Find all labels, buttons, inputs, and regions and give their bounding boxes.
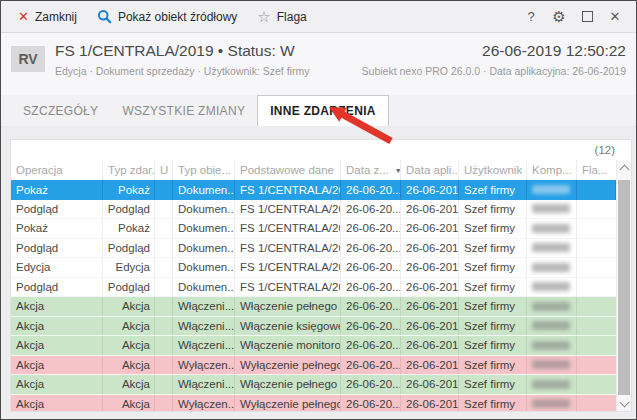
cell-data-aplikacyjna: 26-06-2019 xyxy=(401,317,459,336)
cell-podstawowe-dane: Włączenie pełnego ś... xyxy=(235,375,341,394)
cell-operacja: Akcja xyxy=(11,317,103,336)
redacted-value xyxy=(532,204,570,213)
redacted-value xyxy=(532,263,570,272)
table-row[interactable]: AkcjaAkcjaWłączeni...Włączenie księgowe.… xyxy=(11,317,616,337)
cell-data-zdarzenia: 26-06-20... xyxy=(341,258,401,277)
column-header-data-zdarzenia[interactable]: Data z... ▼ xyxy=(341,160,401,180)
cell-uzytkownik: Szef firmy xyxy=(459,200,527,219)
table-row[interactable]: AkcjaAkcjaWłączeni...Włączenie pełnego ś… xyxy=(11,375,616,395)
cell-typ-obiektu: Dokumen... xyxy=(173,180,235,200)
cell-data-zdarzenia: 26-06-20... xyxy=(341,395,401,412)
scroll-up-button[interactable] xyxy=(617,160,631,175)
column-header-u[interactable]: U xyxy=(155,160,173,180)
table-row[interactable]: PokażPokażDokumen...FS 1/CENTRALA/201...… xyxy=(11,219,616,239)
cell-operacja: Akcja xyxy=(11,395,103,412)
table-row[interactable]: PokażPokażDokumen...FS 1/CENTRALA/201...… xyxy=(11,180,616,200)
cell-podstawowe-dane: FS 1/CENTRALA/201... xyxy=(235,239,341,258)
table-row[interactable]: AkcjaAkcjaWyłączen...Wyłączenie pełnego.… xyxy=(11,395,616,412)
cell-podstawowe-dane: Wyłączenie pełnego... xyxy=(235,395,341,412)
table-header-row: Operacja Typ zdar... U Typ obie... Podst… xyxy=(11,160,616,180)
table-row[interactable]: AkcjaAkcjaWłączeni...Włączenie pełnego ś… xyxy=(11,297,616,317)
cell-uzytkownik: Szef firmy xyxy=(459,278,527,297)
redacted-value xyxy=(532,341,570,350)
table-row[interactable]: PodglądPodglądDokumen...FS 1/CENTRALA/20… xyxy=(11,239,616,259)
tab-szczegoly[interactable]: SZCZEGÓŁY xyxy=(11,95,110,126)
cell-data-zdarzenia: 26-06-20... xyxy=(341,297,401,316)
cell-uzytkownik: Szef firmy xyxy=(459,180,527,200)
gear-icon: ⚙ xyxy=(552,8,565,26)
help-button[interactable]: ? xyxy=(518,4,544,29)
column-header-komputer[interactable]: Komp... xyxy=(527,160,577,180)
cell-flaga xyxy=(577,278,616,297)
column-header-operacja[interactable]: Operacja xyxy=(11,160,103,180)
column-header-typ-zdarzenia[interactable]: Typ zdar... xyxy=(103,160,155,180)
row-count-bar: (12) xyxy=(11,140,631,160)
cell-typ-obiektu: Dokumen... xyxy=(173,278,235,297)
cell-typ-obiektu: Wyłączen... xyxy=(173,356,235,375)
cell-flaga xyxy=(577,375,616,394)
tab-wszystkie-zmiany[interactable]: WSZYSTKIE ZMIANY xyxy=(110,95,257,126)
cell-operacja: Podgląd xyxy=(11,200,103,219)
redacted-value xyxy=(532,399,570,408)
table-row[interactable]: PodglądPodglądDokumen...FS 1/CENTRALA/20… xyxy=(11,200,616,220)
close-icon: ✕ xyxy=(610,9,621,24)
maximize-button[interactable] xyxy=(574,4,600,29)
cell-typ-zdarzenia: Edycja xyxy=(103,258,155,277)
scrollbar-thumb[interactable] xyxy=(618,180,630,395)
cell-u xyxy=(155,278,173,297)
cell-typ-zdarzenia: Pokaż xyxy=(103,180,155,200)
cell-flaga xyxy=(577,258,616,277)
column-header-typ-obiektu[interactable]: Typ obie... xyxy=(173,160,235,180)
show-source-object-button[interactable]: Pokaż obiekt źródłowy xyxy=(88,4,246,29)
cell-flaga xyxy=(577,395,616,412)
tab-inne-zdarzenia[interactable]: INNE ZDARZENIA xyxy=(257,95,389,127)
cell-podstawowe-dane: FS 1/CENTRALA/201... xyxy=(235,200,341,219)
flag-button[interactable]: ☆ Flaga xyxy=(248,4,315,29)
column-header-podstawowe-dane[interactable]: Podstawowe dane xyxy=(235,160,341,180)
cell-flaga xyxy=(577,239,616,258)
close-document-button[interactable]: ✕ Zamknij xyxy=(9,4,86,29)
redacted-value xyxy=(532,185,570,194)
table-row[interactable]: EdycjaEdycjaDokumen...FS 1/CENTRALA/201.… xyxy=(11,258,616,278)
cell-u xyxy=(155,317,173,336)
cell-flaga xyxy=(577,356,616,375)
cell-podstawowe-dane: Włączenie pełnego ś... xyxy=(235,297,341,316)
scroll-down-button[interactable] xyxy=(617,396,631,411)
cell-data-zdarzenia: 26-06-20... xyxy=(341,375,401,394)
cell-uzytkownik: Szef firmy xyxy=(459,239,527,258)
search-icon xyxy=(97,9,112,24)
cell-podstawowe-dane: Włączenie monitoro... xyxy=(235,336,341,355)
star-icon: ☆ xyxy=(257,9,270,24)
cell-data-aplikacyjna: 26-06-2019 xyxy=(401,258,459,277)
cell-komputer xyxy=(527,317,577,336)
cell-data-zdarzenia: 26-06-20... xyxy=(341,180,401,200)
cell-komputer xyxy=(527,356,577,375)
table-body: PokażPokażDokumen...FS 1/CENTRALA/201...… xyxy=(11,180,616,411)
cell-data-zdarzenia: 26-06-20... xyxy=(341,317,401,336)
column-header-flaga[interactable]: Fla... xyxy=(577,160,616,180)
document-type-badge: RV xyxy=(11,46,45,72)
table-row[interactable]: AkcjaAkcjaWłączeni...Włączenie monitoro.… xyxy=(11,336,616,356)
cell-podstawowe-dane: Wyłączenie pełnego... xyxy=(235,356,341,375)
cell-data-aplikacyjna: 26-06-2019 xyxy=(401,336,459,355)
vertical-scrollbar[interactable] xyxy=(616,160,631,411)
cell-typ-zdarzenia: Akcja xyxy=(103,356,155,375)
cell-operacja: Pokaż xyxy=(11,180,103,200)
table-row[interactable]: AkcjaAkcjaWyłączen...Wyłączenie pełnego.… xyxy=(11,356,616,376)
settings-button[interactable]: ⚙ xyxy=(546,4,572,29)
cell-data-zdarzenia: 26-06-20... xyxy=(341,336,401,355)
cell-u xyxy=(155,180,173,200)
cell-komputer xyxy=(527,336,577,355)
cell-data-zdarzenia: 26-06-20... xyxy=(341,356,401,375)
table-row[interactable]: PodglądPodglądDokumen...FS 1/CENTRALA/20… xyxy=(11,278,616,298)
redacted-value xyxy=(532,243,570,252)
cell-data-aplikacyjna: 26-06-2019 xyxy=(401,200,459,219)
cell-uzytkownik: Szef firmy xyxy=(459,317,527,336)
cell-typ-zdarzenia: Pokaż xyxy=(103,219,155,238)
column-header-data-aplikacyjna[interactable]: Data apli... xyxy=(401,160,459,180)
column-header-uzytkownik[interactable]: Użytkownik xyxy=(459,160,527,180)
close-window-button[interactable]: ✕ xyxy=(602,4,628,29)
cell-uzytkownik: Szef firmy xyxy=(459,375,527,394)
cell-typ-obiektu: Włączeni... xyxy=(173,297,235,316)
cell-typ-zdarzenia: Podgląd xyxy=(103,278,155,297)
